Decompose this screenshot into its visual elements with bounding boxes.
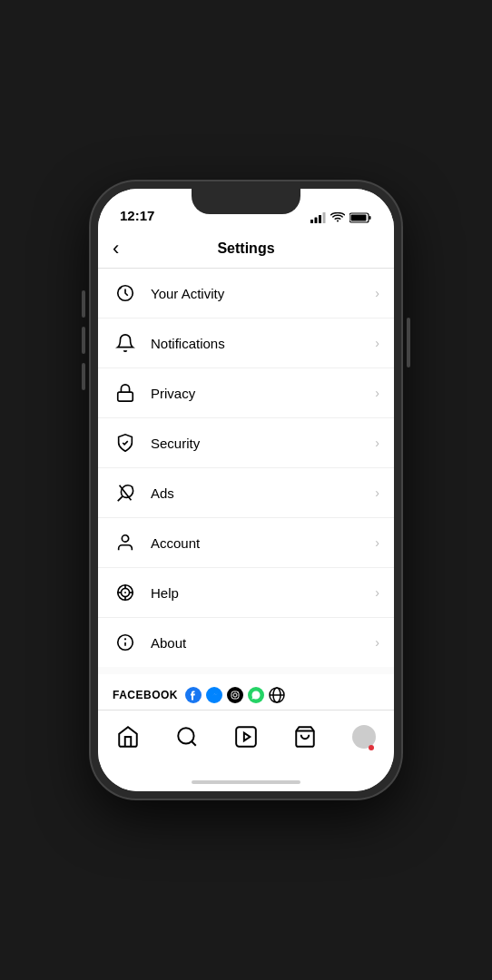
svg-rect-0 — [310, 220, 313, 223]
shop-icon — [293, 725, 317, 749]
chevron-icon: › — [375, 336, 379, 350]
nav-profile[interactable] — [352, 725, 376, 749]
facebook-icon — [185, 687, 202, 703]
signal-icon — [310, 212, 326, 223]
menu-item-security[interactable]: Security › — [98, 418, 394, 468]
bell-icon — [113, 330, 138, 356]
menu-item-notifications[interactable]: Notifications › — [98, 318, 394, 368]
lock-icon — [113, 380, 138, 406]
nav-home[interactable] — [116, 725, 140, 749]
portal-icon — [269, 687, 285, 703]
menu-label-help: Help — [151, 585, 375, 601]
menu-label-security: Security — [151, 436, 375, 451]
home-indicator — [98, 773, 394, 791]
svg-point-31 — [178, 728, 193, 743]
whatsapp-icon — [248, 687, 264, 703]
menu-item-about[interactable]: About › — [98, 618, 394, 667]
svg-rect-8 — [118, 392, 133, 401]
home-icon — [116, 725, 140, 749]
chevron-icon: › — [375, 635, 379, 650]
chevron-icon: › — [375, 485, 379, 500]
chevron-icon: › — [375, 436, 379, 450]
svg-rect-33 — [236, 727, 256, 747]
svg-rect-2 — [319, 215, 321, 223]
menu-item-ads[interactable]: Ads › — [98, 468, 394, 518]
messenger-icon — [206, 687, 222, 703]
info-icon — [113, 630, 138, 655]
facebook-section: FACEBOOK — [98, 674, 394, 710]
help-icon — [113, 580, 138, 605]
svg-point-23 — [227, 687, 243, 703]
menu-label-account: Account — [151, 535, 375, 551]
svg-rect-5 — [369, 216, 371, 220]
settings-content: Your Activity › Notifications › — [98, 269, 394, 710]
svg-point-26 — [237, 691, 238, 692]
svg-rect-3 — [323, 212, 326, 223]
nav-search[interactable] — [175, 725, 199, 749]
reels-icon — [234, 725, 258, 749]
menu-item-help[interactable]: Help › — [98, 568, 394, 618]
menu-label-privacy: Privacy — [151, 386, 375, 401]
profile-notification-dot — [369, 745, 374, 750]
menu-label-notifications: Notifications — [151, 336, 375, 351]
settings-header: ‹ Settings — [98, 229, 394, 269]
instagram-icon — [227, 687, 243, 703]
svg-rect-1 — [315, 218, 318, 224]
facebook-icons — [185, 687, 285, 703]
chevron-icon: › — [375, 286, 379, 300]
menu-section: Your Activity › Notifications › — [98, 269, 394, 667]
svg-rect-6 — [351, 215, 367, 221]
menu-label-about: About — [151, 635, 375, 651]
svg-line-32 — [192, 741, 196, 746]
nav-shop[interactable] — [293, 725, 317, 749]
person-icon — [113, 530, 138, 555]
facebook-header: FACEBOOK — [113, 687, 379, 703]
back-button[interactable]: ‹ — [113, 237, 119, 260]
home-bar — [192, 780, 300, 784]
menu-label-ads: Ads — [151, 485, 375, 501]
status-icons — [310, 212, 372, 223]
svg-point-10 — [122, 535, 128, 542]
menu-item-your-activity[interactable]: Your Activity › — [98, 269, 394, 318]
activity-icon — [113, 280, 138, 306]
shield-icon — [113, 430, 138, 456]
menu-item-account[interactable]: Account › — [98, 518, 394, 568]
chevron-icon: › — [375, 585, 379, 600]
nav-reels[interactable] — [234, 725, 258, 749]
facebook-label: FACEBOOK — [113, 689, 178, 701]
search-icon — [175, 725, 199, 749]
wifi-icon — [330, 212, 345, 223]
chevron-icon: › — [375, 386, 379, 400]
svg-marker-34 — [244, 732, 251, 740]
ads-icon — [113, 480, 138, 505]
svg-point-13 — [124, 592, 126, 593]
bottom-nav — [98, 710, 394, 773]
menu-label-activity: Your Activity — [151, 286, 375, 301]
battery-icon — [349, 212, 372, 223]
menu-item-privacy[interactable]: Privacy › — [98, 368, 394, 418]
page-title: Settings — [217, 240, 274, 257]
status-time: 12:17 — [120, 208, 154, 223]
chevron-icon: › — [375, 535, 379, 550]
